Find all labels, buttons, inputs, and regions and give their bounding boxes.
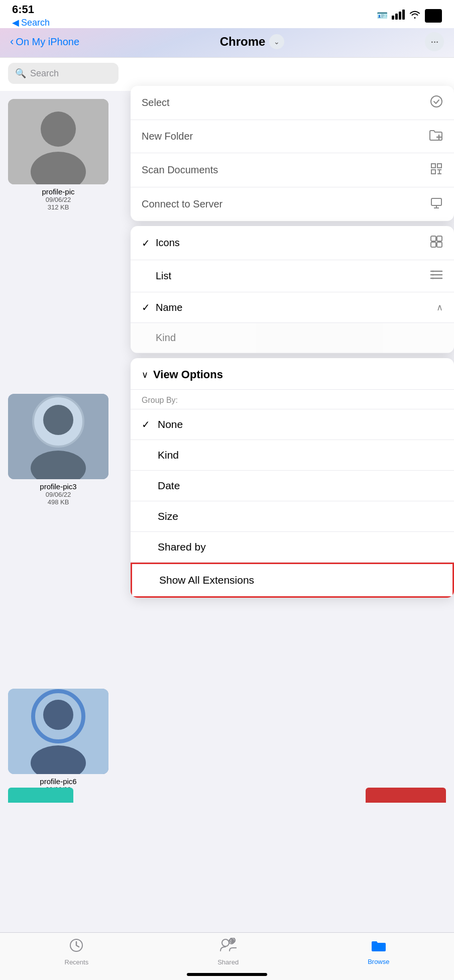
- list-icon: [430, 269, 443, 283]
- select-icon: [430, 95, 443, 111]
- bottom-stripes: [0, 788, 454, 803]
- kind-label2: Kind: [158, 449, 179, 461]
- svg-point-15: [431, 96, 442, 107]
- svg-rect-20: [431, 170, 435, 174]
- new-folder-menu-item[interactable]: New Folder: [131, 120, 454, 153]
- server-icon: [430, 196, 443, 212]
- new-folder-label: New Folder: [142, 131, 193, 142]
- icons-grid-icon: [430, 235, 443, 251]
- status-bar: 6:51 ◀ Search 🪪 99: [0, 0, 454, 28]
- file-size: 498 KB: [48, 498, 69, 506]
- none-check: ✓: [142, 418, 158, 430]
- tab-browse[interactable]: Browse: [368, 938, 389, 965]
- nav-back-label: On My iPhone: [16, 36, 79, 48]
- svg-point-34: [432, 271, 434, 272]
- nav-back-button[interactable]: ‹ On My iPhone: [10, 35, 79, 48]
- browse-icon: [371, 938, 387, 956]
- more-options-button[interactable]: ···: [425, 32, 444, 51]
- icons-view-item[interactable]: ✓ Icons: [131, 226, 454, 260]
- icons-label: Icons: [156, 237, 430, 249]
- svg-point-5: [41, 112, 76, 147]
- list-label: List: [156, 270, 430, 282]
- search-icon: 🔍: [15, 68, 26, 79]
- back-search[interactable]: ◀ Search: [12, 17, 50, 28]
- connect-to-server-menu-item[interactable]: Connect to Server: [131, 187, 454, 221]
- svg-rect-27: [431, 236, 436, 241]
- svg-point-9: [43, 405, 73, 435]
- name-label: Name: [156, 302, 436, 313]
- file-name: profile-pic6: [40, 777, 76, 786]
- svg-point-38: [222, 939, 229, 946]
- search-placeholder: Search: [30, 68, 59, 79]
- view-options-header[interactable]: ∨ View Options: [131, 358, 454, 390]
- tab-browse-label: Browse: [368, 958, 389, 965]
- title-dropdown-button[interactable]: ⌄: [269, 34, 284, 49]
- scan-documents-menu-item[interactable]: Scan Documents: [131, 153, 454, 187]
- shared-icon: [219, 938, 237, 956]
- name-check: ✓: [142, 301, 156, 313]
- back-chevron-icon: ‹: [10, 35, 14, 48]
- show-all-extensions-item[interactable]: Show All Extensions: [131, 563, 454, 598]
- title-chevron-icon: ⌄: [274, 38, 280, 46]
- show-all-extensions-label: Show All Extensions: [159, 574, 254, 586]
- recents-icon: [69, 938, 84, 956]
- group-kind-item[interactable]: Kind: [131, 440, 454, 471]
- more-dots-icon: ···: [430, 35, 438, 48]
- kind-sort-item[interactable]: Kind: [131, 323, 454, 353]
- group-none-item[interactable]: ✓ None: [131, 409, 454, 440]
- svg-point-13: [43, 700, 73, 730]
- group-size-item[interactable]: Size: [131, 501, 454, 532]
- file-size: 312 KB: [48, 203, 69, 211]
- group-sharedby-item[interactable]: Shared by: [131, 532, 454, 563]
- search-input[interactable]: 🔍 Search: [8, 63, 119, 84]
- svg-rect-28: [437, 236, 442, 241]
- name-sort-item[interactable]: ✓ Name ∧: [131, 292, 454, 323]
- svg-point-36: [432, 278, 434, 279]
- file-name: profile-pic3: [40, 482, 76, 491]
- dropdown-top-section: Select New Folder: [131, 86, 454, 221]
- group-date-item[interactable]: Date: [131, 471, 454, 501]
- view-options-chevron-icon: ∨: [142, 369, 148, 380]
- svg-rect-29: [431, 242, 436, 247]
- home-indicator: [187, 973, 267, 976]
- tab-recents-label: Recents: [65, 958, 89, 966]
- tab-recents[interactable]: Recents: [65, 938, 89, 966]
- back-search-label: Search: [21, 18, 50, 28]
- signal-bars-icon: [392, 10, 405, 22]
- dropdown-menu: Select New Folder: [131, 86, 454, 598]
- date-label: Date: [158, 480, 180, 492]
- kind-label: Kind: [156, 332, 443, 344]
- scan-icon: [430, 162, 443, 178]
- status-icons: 🪪 99: [377, 9, 442, 23]
- svg-rect-0: [392, 16, 394, 20]
- nav-title: Chrome: [220, 35, 266, 49]
- view-options-title: View Options: [153, 368, 223, 381]
- list-view-item[interactable]: List: [131, 260, 454, 292]
- svg-rect-1: [395, 14, 398, 20]
- status-time: 6:51: [12, 3, 50, 16]
- file-thumbnail: [8, 394, 108, 479]
- file-thumbnail: [8, 99, 108, 184]
- svg-point-35: [432, 274, 434, 276]
- nav-bar: ‹ On My iPhone Chrome ⌄ ···: [0, 28, 454, 58]
- svg-rect-3: [402, 10, 405, 20]
- file-date: 09/06/22: [46, 196, 71, 203]
- name-chevron-icon: ∧: [436, 302, 443, 313]
- back-arrow-icon: ◀: [12, 17, 19, 28]
- list-item[interactable]: profile-pic3 09/06/22 498 KB: [8, 394, 108, 506]
- svg-rect-19: [437, 164, 441, 168]
- list-item[interactable]: profile-pic 09/06/22 312 KB: [8, 99, 108, 211]
- teal-stripe: [8, 788, 73, 803]
- file-thumbnail: [8, 689, 108, 774]
- svg-rect-2: [399, 12, 401, 20]
- new-folder-icon: [429, 129, 443, 144]
- scan-documents-label: Scan Documents: [142, 164, 218, 176]
- view-mode-section: ✓ Icons List: [131, 226, 454, 353]
- tab-shared-label: Shared: [217, 958, 239, 966]
- list-item[interactable]: profile-pic6 09/06/22 420 KB: [8, 689, 108, 801]
- select-menu-item[interactable]: Select: [131, 86, 454, 120]
- file-name: profile-pic: [42, 187, 74, 196]
- select-label: Select: [142, 97, 170, 108]
- connect-to-server-label: Connect to Server: [142, 198, 222, 210]
- tab-shared[interactable]: Shared: [217, 938, 239, 966]
